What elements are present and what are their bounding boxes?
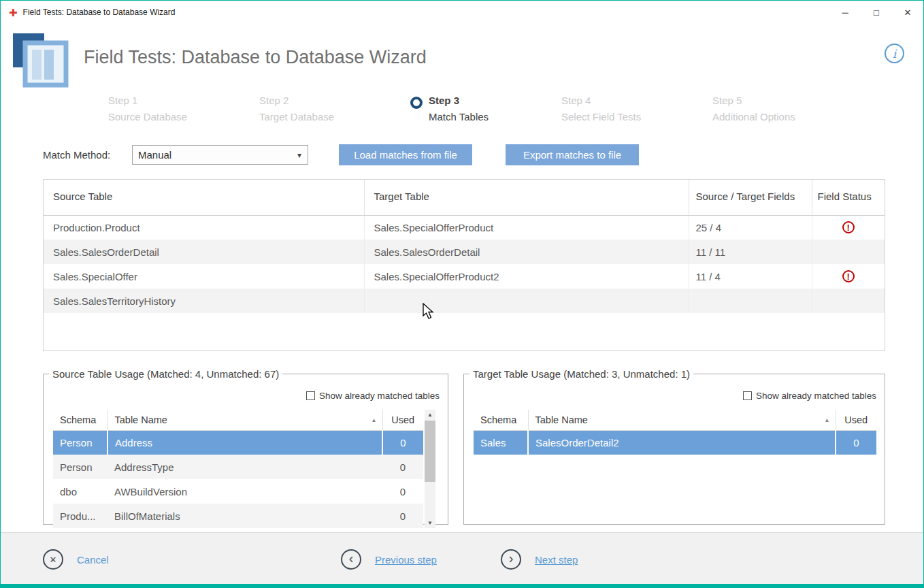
scrollbar-thumb[interactable] [425,421,435,482]
step-number: Step 3 [429,95,489,106]
match-method-value: Manual [138,149,171,161]
source-table-cell[interactable]: Production.Product [44,215,364,240]
table-name-cell[interactable]: AddressType [108,455,382,479]
maximize-button[interactable]: □ [861,1,892,24]
chevron-down-icon: ▾ [297,150,301,160]
app-logo-icon [12,32,69,89]
load-matches-button[interactable]: Load matches from file [339,144,472,165]
cancel-button[interactable]: ✕ Cancel [43,533,109,586]
chevron-right-icon: › [501,549,521,570]
wizard-step[interactable]: Step 5 Additional Options [712,95,863,122]
source-usage-title: Source Table Usage (Matched: 4, Unmatche… [49,368,282,380]
step-label: Match Tables [429,111,489,122]
title-bar: ✚ Field Tests: Database to Database Wiza… [1,1,923,24]
fields-count-cell: 11 / 4 [689,264,812,289]
col-source-table[interactable]: Source Table [44,180,364,215]
source-table-cell[interactable]: Sales.SalesOrderDetail [44,240,364,264]
table-name-cell[interactable]: SalesOrderDetail2 [528,430,836,455]
table-row[interactable]: Sales.SalesTerritoryHistory [44,289,885,313]
match-table: Source Table Target Table Source / Targe… [44,180,885,313]
match-table-container: Source Table Target Table Source / Targe… [43,179,885,351]
field-status-cell [812,240,885,264]
col-source-target-fields[interactable]: Source / Target Fields [689,180,812,215]
col-schema[interactable]: Schema [53,410,108,430]
field-status-cell [812,289,885,313]
page-title: Field Tests: Database to Database Wizard [84,47,427,68]
target-table-cell[interactable]: Sales.SpecialOfferProduct [364,215,689,240]
col-table-name[interactable]: Table Name▲ [528,410,836,430]
field-status-cell [812,215,885,240]
minimize-button[interactable]: ─ [829,1,861,24]
table-row[interactable]: Sales.SpecialOffer Sales.SpecialOfferPro… [44,264,885,289]
usage-header-row: Schema Table Name▲ Used [53,410,423,430]
window-title: Field Tests: Database to Database Wizard [23,7,176,17]
checkbox-icon[interactable] [743,391,752,400]
wizard-step[interactable]: Step 1 Source Database [108,95,259,122]
schema-cell[interactable]: Produ... [53,504,108,528]
accent-bottom-bar [1,584,923,587]
source-table-cell[interactable]: Sales.SpecialOffer [44,264,364,289]
next-step-button[interactable]: › Next step [501,533,578,586]
target-table-cell[interactable]: Sales.SalesOrderDetail [364,240,689,264]
col-schema[interactable]: Schema [474,410,528,430]
col-used[interactable]: Used [836,410,876,430]
list-item[interactable]: Person AddressType 0 [53,455,423,479]
list-item[interactable]: Sales SalesOrderDetail2 0 [474,430,876,455]
checkbox-icon[interactable] [306,391,315,400]
step-number: Step 2 [259,95,334,106]
scroll-down-icon[interactable]: ▼ [425,518,435,528]
col-table-name[interactable]: Table Name▲ [108,410,382,430]
table-row[interactable]: Production.Product Sales.SpecialOfferPro… [44,215,885,240]
target-show-matched-row[interactable]: Show already matched tables [743,391,876,401]
fields-count-cell: 25 / 4 [689,215,812,240]
used-cell: 0 [382,455,423,479]
match-method-label: Match Method: [43,149,110,161]
schema-cell[interactable]: Sales [474,430,528,455]
info-icon[interactable]: i [885,44,904,63]
footer-bar: ✕ Cancel ‹ Previous step › Next step [1,532,923,585]
target-usage-title: Target Table Usage (Matched: 3, Unmatche… [469,368,693,380]
target-table-cell[interactable]: Sales.SpecialOfferProduct2 [364,264,689,289]
table-name-cell[interactable]: Address [108,430,382,455]
list-item[interactable]: dbo AWBuildVersion 0 [53,479,423,504]
table-name-cell[interactable]: BillOfMaterials [108,504,382,528]
list-item[interactable]: Produ... BillOfMaterials 0 [53,504,423,528]
wizard-step[interactable]: Step 2 Target Database [259,95,410,122]
table-row[interactable]: Sales.SalesOrderDetail Sales.SalesOrderD… [44,240,885,264]
schema-cell[interactable]: Person [53,455,108,479]
source-usage-body: Person Address 0 Person AddressType 0 db… [53,430,423,528]
used-cell: 0 [382,430,423,455]
source-table-cell[interactable]: Sales.SalesTerritoryHistory [44,289,364,313]
active-step-ring-icon [410,97,423,109]
match-method-select[interactable]: Manual ▾ [132,145,308,165]
match-table-header-row: Source Table Target Table Source / Targe… [44,180,885,215]
schema-cell[interactable]: Person [53,430,108,455]
show-matched-label: Show already matched tables [319,391,440,401]
fields-count-cell: 11 / 11 [689,240,812,264]
scroll-up-icon[interactable]: ▲ [425,410,435,420]
source-show-matched-row[interactable]: Show already matched tables [306,391,440,401]
target-table-cell[interactable] [364,289,689,313]
mouse-cursor [423,303,436,322]
show-matched-label: Show already matched tables [756,391,876,401]
wizard-step[interactable]: Step 3 Match Tables [410,95,561,122]
export-matches-button[interactable]: Export matches to file [506,144,639,165]
cancel-x-icon: ✕ [43,549,63,570]
col-target-table[interactable]: Target Table [364,180,689,215]
col-used[interactable]: Used [382,410,423,430]
close-button[interactable]: ✕ [892,1,923,24]
cancel-label: Cancel [77,554,109,566]
step-number: Step 1 [108,95,187,106]
app-window: ✚ Field Tests: Database to Database Wiza… [0,0,924,588]
wizard-step[interactable]: Step 4 Select Field Tests [561,95,712,122]
step-number: Step 5 [712,95,795,106]
wizard-steps: Step 1 Source Database Step 2 Target Dat… [108,95,863,122]
schema-cell[interactable]: dbo [53,479,108,504]
list-item[interactable]: Person Address 0 [53,430,423,455]
previous-step-button[interactable]: ‹ Previous step [341,533,437,586]
used-cell: 0 [836,430,876,455]
col-field-status[interactable]: Field Status [812,180,885,215]
source-usage-groupbox: Source Table Usage (Matched: 4, Unmatche… [43,368,448,525]
vertical-scrollbar[interactable]: ▲ ▼ [425,410,435,528]
table-name-cell[interactable]: AWBuildVersion [108,479,382,504]
